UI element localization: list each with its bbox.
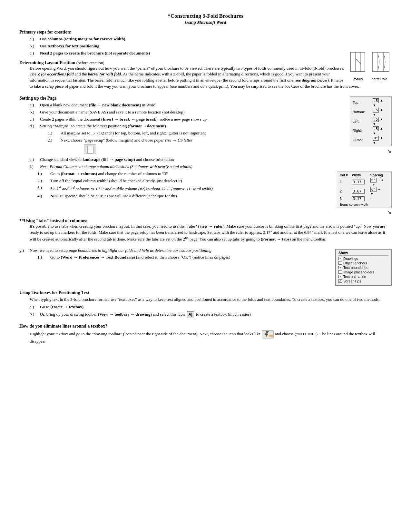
eliminate-lines-heading: How do you eliminate lines around a text… — [19, 324, 392, 329]
textboxes-body: When typing text in the 3-fold brochure … — [30, 297, 392, 303]
list-label: a.) — [30, 102, 39, 108]
svg-rect-7 — [87, 146, 93, 153]
drawings-label: Drawings — [343, 257, 358, 261]
list-label: c.) — [30, 50, 39, 56]
list-text: Next, choose "page setup" (below margins… — [61, 137, 192, 143]
col-width: 3.17" — [351, 177, 370, 187]
using-tabs-section: **Using "tabs" instead of columns: It's … — [19, 218, 392, 244]
text-boundaries-label: Text boundaries — [343, 266, 368, 270]
col-num: 3 — [339, 196, 351, 202]
list-label: 1.) — [48, 130, 59, 136]
list-item: d.) Setting "Margins" to create the fold… — [30, 123, 347, 129]
list-label: c.) — [30, 116, 39, 123]
page-boundaries-text: Now, we need to setup page boundaries to… — [30, 248, 211, 254]
margin-value: .5 ▲▼ — [372, 126, 389, 135]
page-setup-icon — [84, 144, 96, 154]
margin-label: Bottom: — [352, 107, 372, 117]
col-width: 3.17" — [351, 196, 370, 202]
list-text: Change standard view to landscape (file … — [40, 157, 174, 163]
primary-steps-list: a.) Use columns (setting margins for cor… — [30, 36, 392, 56]
svg-rect-3 — [372, 52, 389, 72]
list-label: e.) — [30, 157, 39, 163]
list-label: g.) — [19, 248, 28, 254]
col-width: 3.67" — [351, 187, 370, 196]
layout-heading: Determining Layout Position (before crea… — [19, 60, 392, 65]
page-boundaries-item: g.) Now, we need to setup page boundarie… — [19, 248, 331, 254]
list-text: Go to (format → columns) and change the … — [50, 171, 168, 177]
list-item: a.) Go to (Insert → textbox) — [30, 304, 392, 310]
list-label: b.) — [30, 43, 39, 49]
setting-page-list2: e.) Change standard view to landscape (f… — [30, 157, 392, 170]
svg-rect-0 — [350, 52, 365, 72]
list-item: e.) Change standard view to landscape (f… — [30, 157, 392, 163]
margin-label: Top: — [352, 98, 372, 107]
show-title: Show — [338, 251, 388, 256]
show-dialog: Show Drawings Object anchors Text bounda… — [335, 249, 392, 286]
fold-diagram: z-fold barrel fold — [350, 51, 392, 81]
eliminate-lines-section: How do you eliminate lines around a text… — [19, 324, 392, 345]
show-item: Object anchors — [338, 261, 388, 265]
list-label: a.) — [30, 304, 39, 310]
show-item: Text boundaries — [338, 266, 388, 270]
list-item: a.) Open a blank new document (file → ne… — [30, 102, 347, 108]
list-label: d.) — [30, 123, 39, 129]
arrow-down: ↘ — [350, 147, 392, 154]
list-text: Go to (Insert → textbox) — [40, 304, 83, 310]
barrel-label: barrel fold — [372, 77, 387, 81]
list-item: c.) Need 2 pages to create the brochure … — [30, 50, 392, 56]
col-spacing — [370, 196, 389, 202]
margins-box: Top: .5 ▲▼ Bottom: .5 ▲▼ Left: .5 ▲▼ Rig… — [350, 96, 392, 146]
list-label: b.) — [30, 311, 39, 318]
textboxes-heading: Using Textboxes for Positioning Text — [19, 290, 392, 295]
margins-dialog: Top: .5 ▲▼ Bottom: .5 ▲▼ Left: .5 ▲▼ Rig… — [350, 96, 392, 154]
table-row: Right: .5 ▲▼ — [352, 126, 389, 135]
table-row: 2 3.67" 0" ▲▼ — [339, 187, 389, 196]
col-header: Width — [351, 173, 370, 177]
columns-dialog: Col # Width Spacing 1 3.17" 0" →▲ ▼ 2 3.… — [337, 172, 392, 216]
layout-body: Before opening Word, you should figure o… — [30, 65, 392, 90]
fold-svg — [350, 51, 392, 76]
list-text: Setting "Margins" to create the fold/tex… — [40, 123, 166, 129]
margin-label: Gutter: — [352, 135, 372, 145]
list-text: All margins set to .5" (1/2 inch) for to… — [61, 130, 206, 136]
screentips-label: ScreenTips — [343, 279, 361, 283]
arrow-down2: ↘ — [337, 209, 392, 216]
page-subtitle: Using Microsoft Word — [19, 20, 392, 25]
using-tabs-heading: **Using "tabs" instead of columns: — [19, 218, 392, 223]
equal-col-label: Equal column width — [340, 203, 368, 206]
col-num: 1 — [339, 177, 351, 187]
list-label: 4.) — [37, 193, 49, 199]
list-text: Use columns (setting margins for correct… — [40, 36, 125, 42]
list-text: Create 2 pages within the document (Inse… — [40, 116, 207, 123]
list-label: 1.) — [37, 254, 49, 261]
zfold-label: z-fold — [354, 77, 363, 81]
page-setup-icon-area — [84, 144, 392, 155]
text-animation-checkbox — [338, 275, 342, 278]
list-text: Give your document a name (SAVE AS) and … — [40, 109, 185, 115]
setting-page-section: Top: .5 ▲▼ Bottom: .5 ▲▼ Left: .5 ▲▼ Rig… — [19, 96, 392, 216]
cols-table: Col # Width Spacing 1 3.17" 0" →▲ ▼ 2 3.… — [339, 173, 389, 202]
page-title: *Constructing 3-Fold Brochures — [19, 13, 392, 19]
table-row: Bottom: .5 ▲▼ — [352, 107, 389, 117]
cols-box: Col # Width Spacing 1 3.17" 0" →▲ ▼ 2 3.… — [337, 172, 392, 208]
equal-col-width-row: Equal column width — [339, 203, 389, 206]
layout-heading-normal: (before creation) — [75, 60, 104, 65]
using-tabs-body: It's possible to use tabs when creating … — [30, 223, 392, 243]
object-anchors-checkbox — [338, 261, 342, 265]
col-num: 2 — [339, 187, 351, 196]
margin-value: .5 ▲▼ — [372, 117, 389, 126]
lightning-icon — [262, 330, 274, 339]
image-placeholders-label: Image placeholders — [343, 270, 374, 274]
list-item: 2.) Next, choose "page setup" (below mar… — [48, 137, 347, 143]
list-item: 3.) Set 1st and 3rd columns to 3.17" and… — [37, 185, 334, 192]
list-text: Set 1st and 3rd columns to 3.17" and mid… — [50, 185, 213, 192]
page-boundaries-section: Show Drawings Object anchors Text bounda… — [19, 248, 392, 286]
text-boundaries-checkbox — [338, 266, 342, 269]
margins-table: Top: .5 ▲▼ Bottom: .5 ▲▼ Left: .5 ▲▼ Rig… — [352, 98, 389, 145]
show-item: Drawings — [338, 257, 388, 261]
image-placeholders-checkbox — [338, 270, 342, 274]
show-item: ScreenTips — [338, 279, 388, 283]
object-anchors-label: Object anchors — [343, 261, 367, 265]
eliminate-lines-body: Highlight your textbox and go to the "dr… — [30, 330, 392, 345]
table-row: Gutter: 0" ▲▼ — [352, 135, 389, 145]
